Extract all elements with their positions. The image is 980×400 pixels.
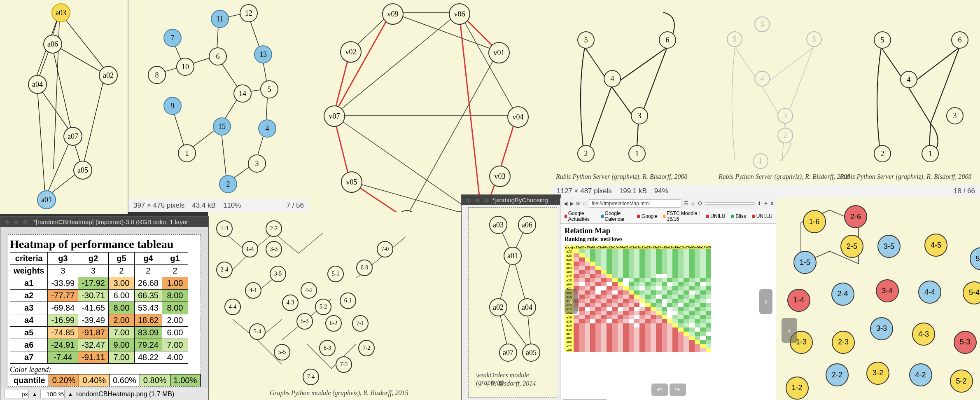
node-9: 9 <box>163 97 182 115</box>
rubis2-5b: 5 <box>806 31 822 47</box>
h-a05: a05 <box>522 344 540 362</box>
lat-7-2: 7-2 <box>358 340 375 356</box>
panel-numbered-graph: 8 10 7 6 11 12 13 14 5 4 15 1 9 3 2 397 … <box>128 0 309 212</box>
node-a02: a02 <box>99 66 118 85</box>
rubis1-1: 1 <box>628 145 646 162</box>
heatmap-window: *[randomCBHeatmap] (imported)-3.0 (RGB c… <box>0 216 209 400</box>
panel-colored-lattice: 2-61-61-52-53-54-55-51-42-43-44-45-41-32… <box>776 198 980 400</box>
relation-grid: r(x,y)a22a20a25a01a03a08a12a10a04a21a02a… <box>565 245 711 352</box>
lattice-node-1-4: 1-4 <box>787 289 810 312</box>
rubis2-2: 2 <box>777 128 793 143</box>
reader-icon[interactable]: ☰ <box>684 201 688 206</box>
node-7: 7 <box>163 29 182 47</box>
lattice-node-1-6: 1-6 <box>803 210 826 233</box>
rubis3-5: 5 <box>874 31 891 49</box>
hasse-titlebar[interactable]: *[sortingByChoosing <box>462 195 560 205</box>
node-15: 15 <box>213 117 231 136</box>
home-icon[interactable]: ⌂ <box>583 201 586 206</box>
rubis2-1: 1 <box>753 153 768 169</box>
zoom-field[interactable] <box>40 390 65 398</box>
hasse-title: *[sortingByChoosing <box>492 196 548 204</box>
h-a07: a07 <box>499 344 517 362</box>
hasse-cap2: R. Bisdorff, 2014 <box>491 380 536 387</box>
bookmark-bar: Google ActualitésGoogle CalendarGoogleFS… <box>560 209 777 224</box>
download-icon[interactable]: ⬇ <box>757 201 761 206</box>
lat-3-3: 3-3 <box>266 241 282 257</box>
lattice-node-3-2: 3-2 <box>866 362 889 385</box>
bookmark[interactable]: FSTC Moodle : 15/16 <box>663 211 700 222</box>
svg-line-24 <box>406 51 498 218</box>
lat-4-4: 4-4 <box>224 299 241 315</box>
rotate-left-icon[interactable]: ↶ <box>651 384 668 396</box>
fwd-icon[interactable]: ▶ <box>570 201 574 206</box>
node-4: 4 <box>258 119 276 138</box>
url-bar[interactable]: file:///tmp/relationMap.html <box>588 199 681 208</box>
lat-4-3: 4-3 <box>282 295 299 311</box>
lattice-node-4-2: 4-2 <box>909 363 932 386</box>
rm-subtitle: Ranking rule: netFlows <box>565 236 772 243</box>
min-icon[interactable] <box>13 219 19 225</box>
rubis1-4: 4 <box>604 70 621 87</box>
next-arrow[interactable]: › <box>759 289 772 314</box>
h-a01: a01 <box>504 247 522 265</box>
lat-5-5: 5-5 <box>274 344 290 360</box>
svg-line-19 <box>459 12 517 115</box>
heatmap-status: ▴ ▴ randomCBHeatmap.png (1.7 MB) <box>0 388 208 400</box>
window-titlebar[interactable]: *[randomCBHeatmap] (imported)-3.0 (RGB c… <box>0 217 208 227</box>
panel-bisdorff-2015: 1-3 2-2 1-4 2-4 3-3 3-5 4-1 4-4 4-3 5-4 … <box>208 212 463 400</box>
lat-6-1: 6-1 <box>340 292 356 309</box>
close-icon[interactable] <box>4 219 10 225</box>
lat-3-5: 3-5 <box>270 266 286 282</box>
unit-field[interactable] <box>5 390 29 398</box>
stepper-icon[interactable]: ▴ <box>33 390 36 398</box>
search-field[interactable] <box>705 202 755 205</box>
back-icon[interactable]: ◀ <box>564 201 567 206</box>
legend-table: quantile0.20%0.40%0.60%0.80%1.00% <box>10 374 201 387</box>
rubis3-2: 2 <box>874 145 891 162</box>
rubis1-6: 6 <box>659 31 676 49</box>
star-icon[interactable]: ☆ <box>691 201 695 206</box>
rubis3-6: 6 <box>951 31 968 49</box>
prev-arrow[interactable]: ‹ <box>565 289 578 314</box>
bookmark[interactable]: UNI.LU <box>752 211 772 222</box>
node-11: 11 <box>211 10 229 28</box>
gallery-prev-arrow[interactable]: ‹ <box>782 318 797 343</box>
max-icon[interactable] <box>483 197 490 204</box>
node-v07: v07 <box>324 105 345 127</box>
menu-icon[interactable]: ≡ <box>770 201 773 206</box>
node-5: 5 <box>260 80 278 98</box>
lattice-node-4-3: 4-3 <box>912 323 935 346</box>
lat-5-4: 5-4 <box>249 323 266 340</box>
min-icon[interactable] <box>474 197 481 204</box>
node-v02: v02 <box>340 41 362 63</box>
window-title: *[randomCBHeatmap] (imported)-3.0 (RGB c… <box>33 218 188 225</box>
rotate-right-icon[interactable]: ↷ <box>670 384 686 396</box>
pocket-icon[interactable]: ✦ <box>764 201 768 206</box>
stepper-icon[interactable]: ▴ <box>69 390 72 398</box>
close-icon[interactable] <box>465 197 471 204</box>
lattice-node-2-2: 2-2 <box>826 363 849 386</box>
lattice-node-5-3: 5-3 <box>954 331 977 354</box>
bookmark[interactable]: Bliss <box>731 211 746 222</box>
max-icon[interactable] <box>22 219 28 225</box>
lattice-node-1-2: 1-2 <box>786 377 809 400</box>
lat-7-4: 7-4 <box>303 369 319 385</box>
reload-icon[interactable]: ⟳ <box>576 201 580 206</box>
node-a07: a07 <box>63 127 82 146</box>
lat-7-3: 7-3 <box>336 356 352 373</box>
bookmark[interactable]: Google <box>637 211 658 222</box>
bookmark[interactable]: UNILU <box>706 211 725 222</box>
legend-caption: Color legend: <box>10 364 199 374</box>
bookmark[interactable]: Google Calendar <box>601 211 631 222</box>
lat-2-4: 2-4 <box>216 262 233 278</box>
node-a04: a04 <box>28 75 47 94</box>
lat-7-0: 7-0 <box>377 241 393 257</box>
panel-outranking: a03 a06 a02 a04 a07 a05 a01 <box>0 0 128 214</box>
node-12: 12 <box>240 4 258 22</box>
rm-title: Relation Map <box>565 226 772 235</box>
lat-5-3: 5-3 <box>296 313 313 330</box>
node-v01: v01 <box>488 42 510 63</box>
lightbox-controls: ↶ ↷ <box>651 384 686 396</box>
bookmark[interactable]: Google Actualités <box>565 211 595 222</box>
lat-6-0: 6-0 <box>356 260 373 276</box>
